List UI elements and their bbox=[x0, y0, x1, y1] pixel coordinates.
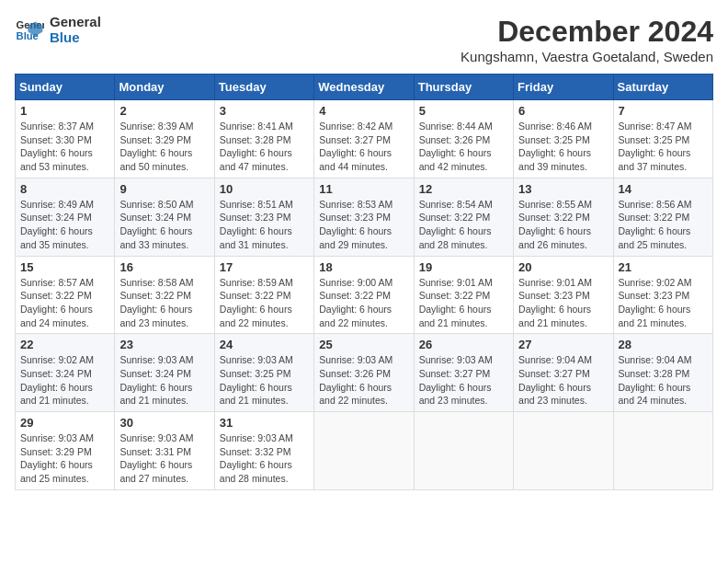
calendar-cell: 8Sunrise: 8:49 AMSunset: 3:24 PMDaylight… bbox=[16, 178, 115, 256]
calendar-cell: 6Sunrise: 8:46 AMSunset: 3:25 PMDaylight… bbox=[514, 100, 613, 178]
day-info: Sunrise: 8:49 AMSunset: 3:24 PMDaylight:… bbox=[20, 198, 109, 252]
day-number: 2 bbox=[119, 104, 209, 118]
day-number: 17 bbox=[220, 260, 309, 274]
day-info: Sunrise: 8:57 AMSunset: 3:22 PMDaylight:… bbox=[20, 276, 109, 330]
calendar-header-monday: Monday bbox=[115, 75, 214, 100]
calendar-cell: 24Sunrise: 9:03 AMSunset: 3:25 PMDayligh… bbox=[214, 334, 313, 412]
logo-general: General bbox=[50, 15, 101, 30]
day-number: 14 bbox=[619, 182, 708, 196]
day-info: Sunrise: 8:54 AMSunset: 3:22 PMDaylight:… bbox=[419, 198, 508, 252]
calendar-cell: 12Sunrise: 8:54 AMSunset: 3:22 PMDayligh… bbox=[414, 178, 513, 256]
day-number: 5 bbox=[419, 104, 508, 118]
day-info: Sunrise: 8:59 AMSunset: 3:22 PMDaylight:… bbox=[220, 276, 309, 330]
day-number: 11 bbox=[319, 182, 408, 196]
day-number: 21 bbox=[619, 260, 708, 274]
day-number: 6 bbox=[518, 104, 608, 118]
day-info: Sunrise: 8:42 AMSunset: 3:27 PMDaylight:… bbox=[319, 120, 408, 174]
day-number: 27 bbox=[518, 338, 608, 351]
day-number: 20 bbox=[518, 260, 608, 274]
calendar-header-tuesday: Tuesday bbox=[214, 75, 313, 100]
day-info: Sunrise: 8:50 AMSunset: 3:24 PMDaylight:… bbox=[119, 198, 209, 252]
calendar-cell: 29Sunrise: 9:03 AMSunset: 3:29 PMDayligh… bbox=[16, 412, 115, 490]
title-area: December 2024 Kungshamn, Vaestra Goetala… bbox=[461, 15, 713, 64]
calendar-cell: 9Sunrise: 8:50 AMSunset: 3:24 PMDaylight… bbox=[115, 178, 214, 256]
header: General Blue General Blue December 2024 … bbox=[15, 15, 713, 64]
day-number: 1 bbox=[20, 104, 109, 118]
day-info: Sunrise: 9:03 AMSunset: 3:32 PMDaylight:… bbox=[220, 431, 309, 486]
month-title: December 2024 bbox=[461, 15, 713, 49]
calendar-cell: 10Sunrise: 8:51 AMSunset: 3:23 PMDayligh… bbox=[214, 178, 313, 256]
day-info: Sunrise: 8:55 AMSunset: 3:22 PMDaylight:… bbox=[518, 198, 608, 252]
calendar-header-saturday: Saturday bbox=[613, 75, 712, 100]
day-number: 7 bbox=[619, 104, 708, 118]
day-number: 9 bbox=[119, 182, 209, 196]
calendar-table: SundayMondayTuesdayWednesdayThursdayFrid… bbox=[15, 74, 713, 490]
day-info: Sunrise: 9:03 AMSunset: 3:29 PMDaylight:… bbox=[20, 431, 109, 486]
calendar-cell: 31Sunrise: 9:03 AMSunset: 3:32 PMDayligh… bbox=[214, 412, 313, 490]
calendar-header-thursday: Thursday bbox=[414, 75, 513, 100]
location-title: Kungshamn, Vaestra Goetaland, Sweden bbox=[461, 49, 713, 64]
calendar-cell: 25Sunrise: 9:03 AMSunset: 3:26 PMDayligh… bbox=[314, 334, 414, 412]
calendar-cell: 26Sunrise: 9:03 AMSunset: 3:27 PMDayligh… bbox=[414, 334, 513, 412]
logo: General Blue General Blue bbox=[15, 15, 101, 45]
day-number: 15 bbox=[20, 260, 109, 274]
calendar-cell: 5Sunrise: 8:44 AMSunset: 3:26 PMDaylight… bbox=[414, 100, 513, 178]
calendar-cell: 30Sunrise: 9:03 AMSunset: 3:31 PMDayligh… bbox=[115, 412, 214, 490]
day-info: Sunrise: 9:01 AMSunset: 3:23 PMDaylight:… bbox=[518, 276, 608, 330]
day-info: Sunrise: 9:04 AMSunset: 3:27 PMDaylight:… bbox=[518, 353, 608, 408]
day-number: 12 bbox=[419, 182, 508, 196]
calendar-cell: 28Sunrise: 9:04 AMSunset: 3:28 PMDayligh… bbox=[613, 334, 712, 412]
calendar-cell: 22Sunrise: 9:02 AMSunset: 3:24 PMDayligh… bbox=[16, 334, 115, 412]
day-info: Sunrise: 8:53 AMSunset: 3:23 PMDaylight:… bbox=[319, 198, 408, 252]
day-number: 8 bbox=[20, 182, 109, 196]
day-info: Sunrise: 8:44 AMSunset: 3:26 PMDaylight:… bbox=[419, 120, 508, 174]
day-info: Sunrise: 8:37 AMSunset: 3:30 PMDaylight:… bbox=[20, 120, 109, 174]
day-info: Sunrise: 9:01 AMSunset: 3:22 PMDaylight:… bbox=[419, 276, 508, 330]
day-info: Sunrise: 9:03 AMSunset: 3:26 PMDaylight:… bbox=[319, 353, 408, 408]
calendar-cell: 15Sunrise: 8:57 AMSunset: 3:22 PMDayligh… bbox=[16, 256, 115, 334]
day-number: 16 bbox=[119, 260, 209, 274]
day-info: Sunrise: 9:03 AMSunset: 3:31 PMDaylight:… bbox=[119, 431, 209, 486]
calendar-cell: 18Sunrise: 9:00 AMSunset: 3:22 PMDayligh… bbox=[314, 256, 414, 334]
day-number: 24 bbox=[220, 338, 309, 351]
calendar-cell: 21Sunrise: 9:02 AMSunset: 3:23 PMDayligh… bbox=[613, 256, 712, 334]
day-info: Sunrise: 9:02 AMSunset: 3:24 PMDaylight:… bbox=[20, 353, 109, 408]
calendar-cell: 27Sunrise: 9:04 AMSunset: 3:27 PMDayligh… bbox=[514, 334, 613, 412]
day-info: Sunrise: 9:04 AMSunset: 3:28 PMDaylight:… bbox=[619, 353, 708, 408]
calendar-cell bbox=[414, 412, 513, 490]
calendar-cell: 2Sunrise: 8:39 AMSunset: 3:29 PMDaylight… bbox=[115, 100, 214, 178]
day-info: Sunrise: 8:41 AMSunset: 3:28 PMDaylight:… bbox=[220, 120, 309, 174]
day-info: Sunrise: 9:03 AMSunset: 3:27 PMDaylight:… bbox=[419, 353, 508, 408]
day-info: Sunrise: 8:46 AMSunset: 3:25 PMDaylight:… bbox=[518, 120, 608, 174]
calendar-cell: 1Sunrise: 8:37 AMSunset: 3:30 PMDaylight… bbox=[16, 100, 115, 178]
calendar-cell: 14Sunrise: 8:56 AMSunset: 3:22 PMDayligh… bbox=[613, 178, 712, 256]
calendar-cell: 4Sunrise: 8:42 AMSunset: 3:27 PMDaylight… bbox=[314, 100, 414, 178]
calendar-cell: 13Sunrise: 8:55 AMSunset: 3:22 PMDayligh… bbox=[514, 178, 613, 256]
day-info: Sunrise: 8:39 AMSunset: 3:29 PMDaylight:… bbox=[119, 120, 209, 174]
calendar-cell: 16Sunrise: 8:58 AMSunset: 3:22 PMDayligh… bbox=[115, 256, 214, 334]
calendar-cell: 23Sunrise: 9:03 AMSunset: 3:24 PMDayligh… bbox=[115, 334, 214, 412]
day-number: 30 bbox=[119, 416, 209, 430]
day-number: 28 bbox=[619, 338, 708, 351]
calendar-cell: 20Sunrise: 9:01 AMSunset: 3:23 PMDayligh… bbox=[514, 256, 613, 334]
day-info: Sunrise: 8:47 AMSunset: 3:25 PMDaylight:… bbox=[619, 120, 708, 174]
day-number: 22 bbox=[20, 338, 109, 351]
calendar-cell bbox=[613, 412, 712, 490]
day-info: Sunrise: 8:51 AMSunset: 3:23 PMDaylight:… bbox=[220, 198, 309, 252]
day-info: Sunrise: 9:03 AMSunset: 3:25 PMDaylight:… bbox=[220, 353, 309, 408]
day-number: 4 bbox=[319, 104, 408, 118]
day-info: Sunrise: 9:02 AMSunset: 3:23 PMDaylight:… bbox=[619, 276, 708, 330]
day-info: Sunrise: 9:03 AMSunset: 3:24 PMDaylight:… bbox=[119, 353, 209, 408]
day-number: 19 bbox=[419, 260, 508, 274]
day-number: 31 bbox=[220, 416, 309, 430]
day-number: 26 bbox=[419, 338, 508, 351]
calendar-cell bbox=[314, 412, 414, 490]
calendar-cell: 11Sunrise: 8:53 AMSunset: 3:23 PMDayligh… bbox=[314, 178, 414, 256]
day-info: Sunrise: 8:56 AMSunset: 3:22 PMDaylight:… bbox=[619, 198, 708, 252]
calendar-cell: 19Sunrise: 9:01 AMSunset: 3:22 PMDayligh… bbox=[414, 256, 513, 334]
logo-icon: General Blue bbox=[15, 16, 44, 45]
day-number: 13 bbox=[518, 182, 608, 196]
day-number: 23 bbox=[119, 338, 209, 351]
day-info: Sunrise: 9:00 AMSunset: 3:22 PMDaylight:… bbox=[319, 276, 408, 330]
calendar-cell: 3Sunrise: 8:41 AMSunset: 3:28 PMDaylight… bbox=[214, 100, 313, 178]
